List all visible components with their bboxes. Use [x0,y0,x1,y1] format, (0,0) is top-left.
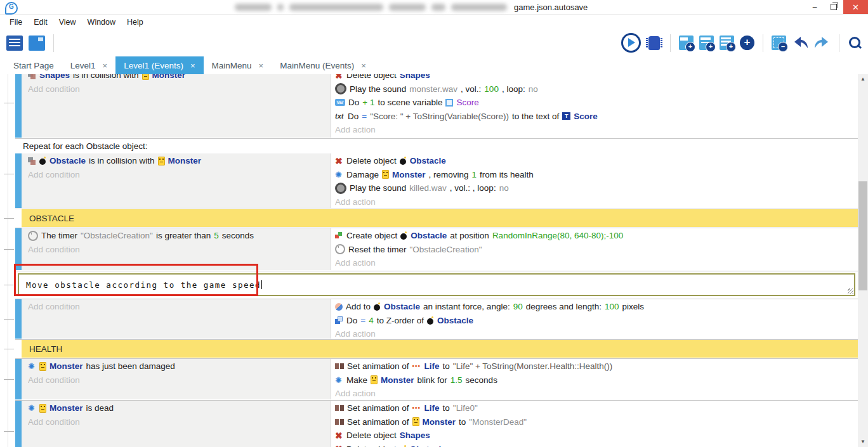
text-segment: 100 [605,302,619,311]
action-line[interactable]: Play the soundmonster.wav, vol.:100, loo… [335,82,858,96]
play-button[interactable] [621,33,641,53]
event-selection-bar[interactable] [15,153,22,208]
add-condition-link[interactable]: Add condition [28,243,331,257]
section-obstacle: OBSTACLE [15,209,858,227]
toolbar-separator [763,34,763,52]
action-line[interactable]: Play the soundkilled.wav, vol.: , loop:n… [335,181,858,195]
add-action-link[interactable]: Add action [335,387,858,399]
add-action-link[interactable]: Add action [335,123,858,137]
menu-edit[interactable]: Edit [28,18,53,27]
condition-line[interactable]: Monsterhas just been damaged [28,360,331,373]
menu-view[interactable]: View [53,18,82,27]
text-segment: Add condition [28,302,80,311]
add-condition-link[interactable]: Add condition [28,415,331,429]
monster-object-icon [158,157,165,165]
add-action-link[interactable]: Add action [335,256,858,270]
add-more-button[interactable] [740,36,754,50]
section-header-label[interactable]: OBSTACLE [22,209,858,227]
tab-mainmenu-events-[interactable]: MainMenu (Events)× [272,56,374,74]
event-selection-bar[interactable] [15,228,22,270]
debugger-button[interactable] [648,36,660,50]
condition-line[interactable]: Obstacleis in collision withMonster [28,154,331,168]
tab-mainmenu[interactable]: MainMenu× [204,56,272,74]
text-segment: Damage [346,170,379,179]
scrollbar-thumb[interactable] [858,181,867,290]
scroll-down-arrow[interactable]: ▼ [858,437,868,447]
delete-event-button[interactable] [772,36,786,50]
action-line[interactable]: Delete objectObstacle [335,154,858,168]
vertical-scrollbar[interactable]: ▲ ▼ [858,74,868,447]
action-line[interactable]: Add toObstaclean instant force, angle:90… [335,300,858,314]
add-condition-link[interactable]: Add condition [28,300,331,314]
action-line[interactable]: Reset the timer"ObstacleCreation" [335,243,858,257]
text-segment: , vol.: , loop: [450,183,496,193]
scroll-up-arrow[interactable]: ▲ [858,74,868,84]
add-event-button[interactable] [679,36,694,50]
condition-line[interactable]: Shapesis in collision withMonster [28,74,331,82]
action-line[interactable]: Do="Score: " + ToString(Variable(Score))… [335,110,858,124]
action-line[interactable]: Delete objectObstacle [335,443,858,447]
add-condition-link[interactable]: Add condition [28,168,331,182]
variable-icon [335,99,345,106]
event-foreach-obstacle: Repeat for each Obstacle object:Obstacle… [15,138,858,208]
tab-close-icon[interactable]: × [361,61,366,70]
event-selection-bar[interactable] [15,74,22,138]
comment-edit-textarea[interactable]: Move obstacle according to the game spee… [18,273,855,296]
resize-grip-icon[interactable] [848,288,853,294]
event-selection-bar[interactable] [15,299,22,339]
action-line[interactable]: Delete objectShapes [335,429,858,443]
maximize-button[interactable] [824,0,843,14]
add-subevent-button[interactable] [699,36,714,50]
action-line[interactable]: Do+ 1to scene variableScore [335,96,858,110]
monster-object-icon [382,170,389,179]
add-action-link[interactable]: Add action [335,195,858,209]
minimize-button[interactable]: – [805,0,824,14]
action-line[interactable]: Set animation ofLifeto"Life0" [335,401,858,415]
close-button[interactable]: ✕ [843,0,868,14]
tab-level1-events-[interactable]: Level1 (Events)× [115,56,203,74]
app-logo-icon: G [5,2,18,15]
text-segment: "MonsterDead" [469,417,527,427]
section-header-label[interactable]: HEALTH [22,340,858,358]
tab-close-icon[interactable]: × [103,61,108,70]
tab-level1[interactable]: Level1× [62,56,115,74]
add-condition-link[interactable]: Add condition [28,82,331,96]
tab-bar: Start PageLevel1×Level1 (Events)×MainMen… [0,56,868,75]
add-action-link[interactable]: Add action [335,327,858,339]
action-line[interactable]: DamageMonster, removing1from its health [335,168,858,182]
text-segment: "Score: " + ToString(Variable(Score)) [370,112,509,121]
damage-icon [335,171,343,179]
condition-line[interactable]: Monsteris dead [28,401,331,415]
damage-icon [335,376,343,384]
tab-label: MainMenu [212,61,252,70]
add-comment-event-button[interactable] [720,36,734,50]
menu-help[interactable]: Help [121,18,149,27]
text-segment: to [443,403,450,413]
window-title-area: game.json.autosave [235,3,588,12]
search-button[interactable] [848,36,862,51]
undo-button[interactable] [792,36,808,51]
text-segment: Obstacle [49,156,86,165]
tab-start-page[interactable]: Start Page [5,56,62,74]
tab-close-icon[interactable]: × [190,61,195,70]
action-line[interactable]: Create objectObstacleat positionRandomIn… [335,229,858,243]
foreach-header[interactable]: Repeat for each Obstacle object: [15,139,858,153]
action-line[interactable]: Set animation ofMonsterto"MonsterDead" [335,415,858,429]
action-line[interactable]: MakeMonsterblink for1.5seconds [335,373,858,387]
start-page-icon[interactable] [29,36,45,51]
text-segment: Add condition [28,417,80,427]
text-segment: is dead [86,403,114,413]
menu-file[interactable]: File [4,18,28,27]
redo-button[interactable] [814,36,831,51]
add-condition-link[interactable]: Add condition [28,373,331,387]
action-line[interactable]: Delete objectShapes [335,74,858,82]
action-line[interactable]: Set animation ofLifeto"Life" + ToString(… [335,360,858,373]
condition-line[interactable]: The timer"ObstacleCreation"is greater th… [28,229,331,243]
menu-window[interactable]: Window [82,18,121,27]
monster-object-icon [371,375,378,384]
project-manager-icon[interactable] [6,36,23,51]
tab-close-icon[interactable]: × [259,61,264,70]
event-selection-bar[interactable] [15,359,22,399]
action-line[interactable]: Do=4to Z-order ofObstacle [335,314,858,328]
event-selection-bar[interactable] [15,401,22,447]
